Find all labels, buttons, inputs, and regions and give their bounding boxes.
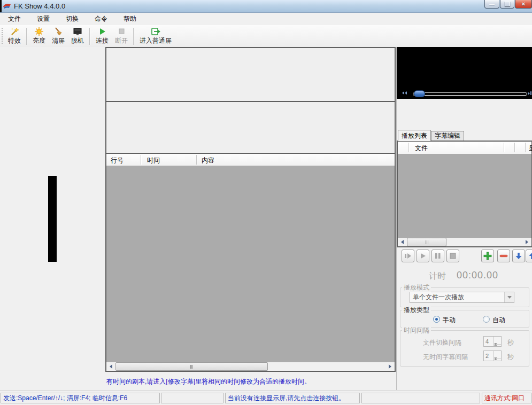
seek-track[interactable] (413, 92, 527, 96)
maximize-icon (505, 2, 510, 6)
menu-bar: 文件 设置 切换 命令 帮助 (0, 13, 532, 25)
radio-manual-label[interactable]: 手动 (443, 316, 456, 325)
scroll-left-icon[interactable] (106, 362, 115, 371)
move-down-button[interactable] (512, 250, 525, 262)
scrollbar-thumb[interactable] (115, 362, 268, 371)
play-button[interactable] (417, 250, 429, 262)
file-list-hscrollbar[interactable] (398, 238, 531, 246)
connect-button[interactable]: 连接 (93, 26, 111, 46)
toolbar-grip (1, 28, 3, 45)
pause-icon (434, 252, 442, 260)
no-time-interval-unit: 秒 (507, 353, 514, 362)
column-separator[interactable] (141, 155, 142, 165)
status-connection-text: 当前没有连接显示屏,请先点击连接按钮。 (228, 394, 345, 403)
pause-button[interactable] (431, 250, 444, 262)
magic-wand-icon (9, 27, 20, 36)
scrollbar-thumb[interactable] (407, 238, 446, 246)
plus-icon (483, 252, 492, 260)
step-play-icon (404, 252, 412, 260)
column-time[interactable]: 时间 (147, 156, 160, 165)
status-empty-2 (361, 393, 480, 403)
spinner-down-icon[interactable] (494, 359, 501, 367)
seek-back-icon[interactable] (402, 91, 407, 95)
offline-label: 脱机 (71, 36, 84, 45)
menu-help[interactable]: 帮助 (115, 13, 144, 25)
window-title: FK Show 4.4.0.0 (14, 2, 65, 10)
step-play-button[interactable] (402, 250, 414, 262)
enter-normal-screen-button[interactable]: 进入普通屏 (137, 26, 174, 46)
center-area: 行号 时间 内容 有时间的剧本,请进入[修改字幕]里将相同的时间修改为合适的播放… (105, 47, 396, 390)
stop-button[interactable] (446, 250, 459, 262)
column-partial[interactable]: 显 (529, 144, 532, 153)
minimize-button[interactable]: — (484, 0, 499, 9)
status-shortcuts: 发送:Space/Enter/↑/↓; 清屏:F4; 临时信息:F6 (1, 393, 160, 403)
scroll-right-icon[interactable] (522, 238, 531, 246)
column-separator[interactable] (504, 143, 505, 152)
scroll-left-icon[interactable] (398, 238, 407, 246)
clear-screen-button[interactable]: 清屏 (49, 26, 67, 46)
minimize-icon: — (489, 2, 495, 7)
disconnect-button[interactable]: 断开 (112, 26, 130, 46)
offline-button[interactable]: 脱机 (68, 26, 87, 46)
play-icon (419, 252, 427, 260)
play-mode-dropdown[interactable]: 单个文件一次播放 (410, 292, 514, 303)
clear-screen-label: 清屏 (52, 36, 65, 45)
tab-subtitle-edit[interactable]: 字幕编辑 (431, 131, 464, 141)
add-file-button[interactable] (481, 250, 494, 262)
tab-playlist[interactable]: 播放列表 (398, 130, 431, 141)
preview-screen (397, 47, 532, 88)
column-separator[interactable] (514, 143, 515, 152)
no-time-interval-spinner[interactable]: 2 (483, 351, 502, 361)
column-file[interactable]: 文件 (415, 144, 428, 153)
column-line-number[interactable]: 行号 (111, 156, 124, 165)
toolbar-separator (89, 28, 90, 45)
file-list-body[interactable] (398, 154, 531, 238)
seek-bar[interactable] (397, 88, 532, 99)
maximize-button[interactable] (500, 0, 514, 9)
effects-button[interactable]: 特效 (5, 26, 24, 46)
app-icon (3, 2, 12, 10)
toolbar-separator (26, 28, 27, 45)
column-separator[interactable] (196, 155, 197, 165)
tab-subtitle-edit-label: 字幕编辑 (435, 131, 460, 141)
interval-group-label: 时间间隔 (402, 326, 431, 335)
subtitle-table-body[interactable] (106, 166, 395, 362)
timer-value: 00:00.00 (457, 270, 498, 281)
timer-label: 计时 (429, 271, 446, 282)
file-switch-interval-label: 文件切换间隔 (423, 338, 461, 347)
menu-command[interactable]: 命令 (87, 13, 115, 25)
move-up-button[interactable] (526, 250, 532, 262)
sun-icon (34, 27, 44, 36)
minus-icon (499, 252, 508, 260)
brightness-label: 亮度 (33, 36, 45, 45)
remove-file-button[interactable] (497, 250, 510, 262)
file-list-header: 文件 显 (398, 142, 531, 154)
subtitle-table-hscrollbar[interactable] (106, 362, 395, 371)
scroll-right-icon[interactable] (385, 362, 395, 371)
arrow-up-icon (528, 252, 532, 260)
column-separator[interactable] (408, 143, 410, 152)
menu-settings[interactable]: 设置 (29, 13, 58, 25)
seek-forward-icon[interactable] (528, 91, 531, 95)
no-time-interval-label: 无时间字幕间隔 (423, 353, 468, 362)
radio-auto-label[interactable]: 自动 (492, 316, 505, 325)
subtitle-table[interactable]: 行号 时间 内容 (105, 153, 396, 372)
playlist-file-list[interactable]: 文件 显 (397, 141, 532, 247)
file-switch-interval-spinner[interactable]: 4 (483, 336, 502, 347)
radio-manual[interactable] (433, 316, 440, 323)
display-panel-middle[interactable] (105, 101, 396, 154)
effects-label: 特效 (8, 36, 21, 45)
column-content[interactable]: 内容 (202, 156, 214, 165)
menu-file[interactable]: 文件 (0, 13, 29, 25)
brightness-button[interactable]: 亮度 (30, 26, 48, 46)
display-panel-top[interactable] (105, 47, 396, 102)
title-bar[interactable]: FK Show 4.4.0.0 — ✕ (0, 0, 532, 13)
status-comm-mode-text: 通讯方式:网口 (484, 394, 525, 403)
close-button[interactable]: ✕ (515, 0, 532, 9)
chevron-down-icon (504, 292, 514, 302)
radio-auto[interactable] (483, 316, 490, 323)
menu-switch[interactable]: 切换 (58, 13, 87, 25)
column-separator[interactable] (525, 143, 526, 152)
tab-playlist-label: 播放列表 (402, 131, 427, 141)
seek-thumb[interactable] (414, 90, 425, 97)
